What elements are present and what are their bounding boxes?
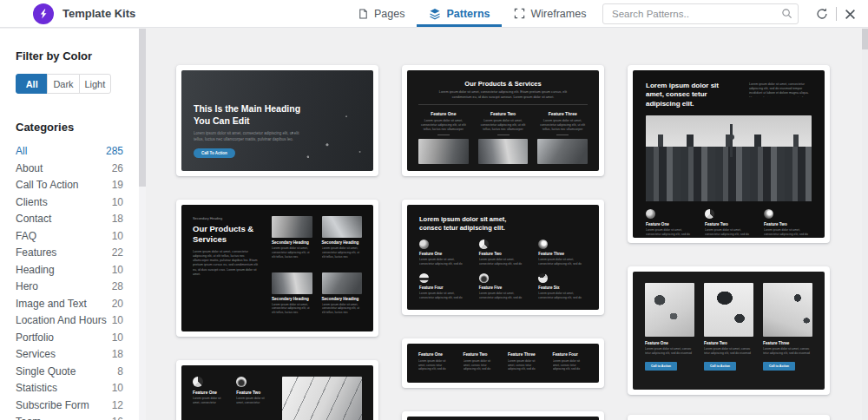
item-title: Secondary Heading <box>322 240 363 245</box>
color-filter-segmented-control: AllDarkLight <box>16 74 111 94</box>
feature-circle-icon <box>538 273 548 283</box>
category-item[interactable]: Location And Hours10 <box>16 316 123 326</box>
close-button[interactable] <box>838 0 861 28</box>
category-label: Subscribe Form <box>16 401 89 411</box>
city-heading: Lorem ipsum dolor sit amet, consec tetur… <box>646 82 739 108</box>
feature-circle-icon <box>419 240 429 249</box>
category-count: 22 <box>112 248 123 259</box>
category-count: 10 <box>112 266 123 276</box>
feature-item: Feature FourLorem ipsum dolor sit amet, … <box>419 273 468 299</box>
filter-all-button[interactable]: All <box>16 74 48 94</box>
feature-text: Lorem ipsum dolor sit amet, consectetur … <box>646 228 694 236</box>
category-item[interactable]: About26 <box>16 164 123 174</box>
feature-item: Feature SixLorem ipsum dolor sit amet, c… <box>538 273 587 299</box>
tab-wireframes[interactable]: Wireframes <box>502 0 598 27</box>
features-4-thumbnail: Feature OneLorem ipsum dolor sit amet, c… <box>407 344 599 383</box>
feature-photo <box>537 139 588 164</box>
feature-column: Feature TwoLorem ipsum dolor sit amet, c… <box>478 111 529 164</box>
refresh-button[interactable] <box>811 0 833 28</box>
feature-title: Feature One <box>419 252 468 256</box>
item-text: Lorem ipsum dolor sit amet, consectetur … <box>272 246 312 259</box>
feature-title: Feature One <box>645 341 694 345</box>
pattern-column-3: Lorem ipsum dolor sit amet, consec tetur… <box>628 65 830 420</box>
city-features: Feature OneLorem ipsum dolor sit amet, c… <box>646 209 812 236</box>
pattern-card-features-6[interactable]: Lorem ipsum dolor sit amet, consec tetur… <box>402 200 604 315</box>
feature-column: Feature ThreeLorem ipsum dolor sit amet,… <box>763 283 812 371</box>
category-item[interactable]: Contact18 <box>16 214 123 225</box>
pattern-card-features-4[interactable]: Feature OneLorem ipsum dolor sit amet, c… <box>402 338 604 388</box>
item-photo <box>322 272 363 294</box>
window-scrollbar-track[interactable] <box>862 29 868 420</box>
grid-item: Secondary HeadingLorem ipsum dolor sit a… <box>272 216 312 265</box>
filter-light-button[interactable]: Light <box>79 74 111 94</box>
category-item[interactable]: Single Quote8 <box>16 367 123 377</box>
pattern-card-partial-middle[interactable] <box>402 411 604 420</box>
tab-patterns[interactable]: Patterns <box>417 0 502 27</box>
category-item[interactable]: FAQ10 <box>16 232 123 242</box>
pattern-card-products-3col[interactable]: Our Products & Services Lorem ipsum dolo… <box>402 65 604 176</box>
category-item[interactable]: All285 <box>16 147 123 157</box>
header-tabs: Pages Patterns Wireframes <box>345 0 598 27</box>
category-count: 18 <box>112 214 123 225</box>
item-title: Secondary Heading <box>272 297 312 301</box>
search-icon <box>781 8 792 19</box>
feature-item: Feature OneLorem ipsum dolor sit amet, c… <box>419 240 468 266</box>
pattern-card-icon-grid[interactable]: Feature OneLorem ipsum dolor sit amet, c… <box>176 360 378 420</box>
lightning-icon <box>37 8 49 20</box>
hero-body: Lorem ipsum dolor sit amet, consectetur … <box>194 131 305 142</box>
plants-features: Feature OneLorem ipsum dolor sit amet, c… <box>645 283 812 371</box>
feature-circle-icon <box>705 209 714 219</box>
search-input[interactable] <box>602 3 799 24</box>
category-count: 20 <box>112 299 123 310</box>
category-item[interactable]: Features22 <box>16 248 123 259</box>
feature-item: Feature OneLorem ipsum dolor sit amet, c… <box>193 377 227 420</box>
pattern-card-plants[interactable]: Feature OneLorem ipsum dolor sit amet, c… <box>628 266 830 395</box>
category-item[interactable]: Portfolio10 <box>16 333 123 344</box>
category-label: Statistics <box>16 384 57 394</box>
feature-photo <box>418 139 469 164</box>
partial-thumbnail <box>407 417 599 420</box>
category-label: Image and Text <box>16 299 87 310</box>
category-count: 285 <box>106 147 123 157</box>
products-grid-thumbnail: Secondary Heading Our Products & Service… <box>181 205 373 331</box>
feature-text: Lorem ipsum dolor sit amet, consectetur … <box>538 292 587 299</box>
sidebar-scrollbar-track[interactable] <box>139 29 146 420</box>
pattern-card-products-grid[interactable]: Secondary Heading Our Products & Service… <box>176 200 378 337</box>
categories-list: All285About26Call To Action19Clients10Co… <box>16 147 123 420</box>
tab-pages-label: Pages <box>374 8 404 20</box>
hero-thumbnail: This Is the Main Heading You Can Edit Lo… <box>181 70 373 171</box>
category-item[interactable]: Image and Text20 <box>16 299 123 310</box>
filter-dark-button[interactable]: Dark <box>47 74 79 94</box>
pattern-card-city[interactable]: Lorem ipsum dolor sit amet, consec tetur… <box>628 65 830 243</box>
tab-pages[interactable]: Pages <box>345 0 417 27</box>
category-item[interactable]: Heading10 <box>16 266 123 276</box>
feature-circle-icon <box>538 240 548 249</box>
layers-icon <box>429 8 441 20</box>
feature-title: Feature One <box>418 111 469 116</box>
cn-tower <box>730 124 733 157</box>
city-header: Lorem ipsum dolor sit amet, consec tetur… <box>646 82 812 108</box>
hero-heading: This Is the Main Heading You Can Edit <box>194 103 305 127</box>
item-photo <box>272 272 312 294</box>
category-item[interactable]: Statistics10 <box>16 384 123 394</box>
category-item[interactable]: Clients10 <box>16 198 123 208</box>
category-count: 10 <box>112 198 123 208</box>
category-label: Call To Action <box>16 180 79 191</box>
icon-grid-photo <box>282 377 362 420</box>
sidebar-scrollbar-thumb[interactable] <box>139 29 146 187</box>
feature-column: Feature TwoLorem ipsum dolor sit amet, c… <box>705 209 753 236</box>
window-scrollbar-thumb[interactable] <box>862 29 868 49</box>
plant-photo <box>645 283 694 337</box>
pattern-card-partial-right[interactable] <box>628 415 830 420</box>
feature-title: Feature Three <box>508 352 543 357</box>
feature-circle-icon <box>193 377 203 387</box>
category-count: 18 <box>112 350 123 360</box>
category-item[interactable]: Services18 <box>16 350 123 360</box>
grid-item: Secondary HeadingLorem ipsum dolor sit a… <box>322 216 363 265</box>
category-item[interactable]: Call To Action19 <box>16 180 123 191</box>
category-count: 12 <box>112 401 123 411</box>
category-item[interactable]: Subscribe Form12 <box>16 401 123 411</box>
category-label: Clients <box>16 198 48 208</box>
category-item[interactable]: Hero28 <box>16 282 123 292</box>
pattern-card-hero[interactable]: This Is the Main Heading You Can Edit Lo… <box>176 65 378 176</box>
